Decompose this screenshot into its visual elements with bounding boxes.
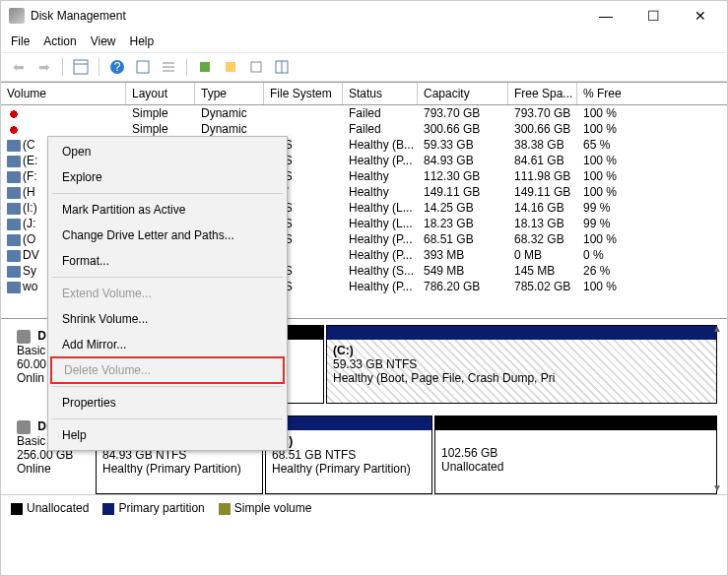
toolbar: ⬅ ➡ ?	[1, 53, 727, 82]
col-layout[interactable]: Layout	[126, 83, 195, 104]
volume-icon	[7, 187, 21, 199]
volume-icon	[7, 156, 21, 167]
volume-icon	[7, 171, 21, 183]
ctx-explore[interactable]: Explore	[48, 164, 287, 190]
ctx-format[interactable]: Format...	[48, 248, 287, 274]
col-filesystem[interactable]: File System	[264, 83, 343, 104]
title-bar: Disk Management — ☐ ✕	[1, 1, 727, 31]
maximize-button[interactable]: ☐	[638, 8, 668, 24]
disk-0-state: Onlin	[17, 371, 44, 385]
volume-icon	[7, 140, 21, 152]
legend-primary: Primary partition	[118, 501, 204, 515]
volume-icon	[7, 124, 21, 136]
svg-rect-7	[251, 62, 261, 72]
ctx-open[interactable]: Open	[48, 139, 287, 164]
app-icon	[9, 8, 25, 24]
scroll-up-icon[interactable]: ▲	[709, 323, 725, 334]
part-e-status: Healthy (Primary Partition)	[102, 462, 241, 476]
col-free[interactable]: Free Spa...	[508, 83, 577, 104]
ctx-mark-active[interactable]: Mark Partition as Active	[48, 197, 287, 223]
part-u-status: Unallocated	[441, 460, 503, 474]
window-title: Disk Management	[31, 9, 591, 23]
ctx-mirror[interactable]: Add Mirror...	[48, 332, 287, 357]
volume-row[interactable]: SimpleDynamicFailed300.66 GB300.66 GB100…	[1, 121, 727, 137]
part-c-name: (C:)	[333, 344, 354, 357]
context-menu: Open Explore Mark Partition as Active Ch…	[47, 136, 288, 451]
back-icon[interactable]: ⬅	[9, 57, 29, 77]
view-icon[interactable]	[71, 57, 91, 77]
col-percent[interactable]: % Free	[577, 83, 646, 104]
minimize-button[interactable]: —	[591, 8, 621, 24]
forward-icon[interactable]: ➡	[34, 57, 54, 77]
ctx-shrink[interactable]: Shrink Volume...	[48, 306, 287, 332]
menu-bar: File Action View Help	[1, 31, 727, 53]
ctx-help[interactable]: Help	[48, 422, 287, 448]
legend-primary-swatch	[102, 503, 114, 515]
volume-list-header: Volume Layout Type File System Status Ca…	[1, 82, 727, 105]
svg-text:?: ?	[114, 60, 121, 74]
disk-1-state: Online	[17, 462, 51, 476]
menu-help[interactable]: Help	[130, 34, 155, 48]
disk1-part-o[interactable]: (O:) 68.51 GB NTFS Healthy (Primary Part…	[265, 416, 432, 494]
part-c-size: 59.33 GB NTFS	[333, 357, 417, 371]
part-u-size: 102.56 GB	[441, 446, 497, 460]
scroll-down-icon[interactable]: ▼	[709, 482, 725, 493]
menu-view[interactable]: View	[91, 34, 116, 48]
legend-simple: Simple volume	[234, 501, 312, 515]
volume-icon	[7, 203, 21, 215]
menu-file[interactable]: File	[11, 34, 30, 48]
svg-rect-6	[226, 62, 235, 72]
svg-rect-0	[74, 60, 88, 74]
legend: Unallocated Primary partition Simple vol…	[1, 494, 727, 521]
disk-icon	[17, 330, 31, 344]
ctx-extend: Extend Volume...	[48, 281, 287, 306]
disk-0-type: Basic	[17, 344, 45, 357]
col-status[interactable]: Status	[343, 83, 418, 104]
volume-icon	[7, 234, 21, 246]
disk-icon	[17, 420, 31, 434]
disk0-part-c[interactable]: (C:) 59.33 GB NTFS Healthy (Boot, Page F…	[326, 325, 717, 404]
legend-unalloc-swatch	[11, 503, 23, 515]
action3-icon[interactable]	[246, 57, 266, 77]
part-o-status: Healthy (Primary Partition)	[272, 462, 411, 476]
disk-0-size: 60.00	[17, 357, 46, 371]
action2-icon[interactable]	[221, 57, 240, 77]
menu-action[interactable]: Action	[43, 34, 76, 48]
disk-1-type: Basic	[17, 434, 45, 448]
volume-icon	[7, 250, 21, 262]
disk1-part-unallocated[interactable]: 102.56 GB Unallocated	[434, 416, 717, 494]
ctx-change-letter[interactable]: Change Drive Letter and Paths...	[48, 223, 287, 248]
volume-row[interactable]: SimpleDynamicFailed793.70 GB793.70 GB100…	[1, 105, 727, 121]
svg-rect-4	[137, 61, 149, 73]
help-icon[interactable]: ?	[107, 57, 127, 77]
action4-icon[interactable]	[272, 57, 292, 77]
volume-icon	[7, 219, 21, 230]
action1-icon[interactable]	[195, 57, 215, 77]
volume-icon	[7, 108, 21, 120]
part-c-status: Healthy (Boot, Page File, Crash Dump, Pr…	[333, 371, 555, 385]
col-volume[interactable]: Volume	[1, 83, 126, 104]
volume-icon	[7, 282, 21, 293]
ctx-delete-volume: Delete Volume...	[50, 356, 285, 384]
settings-icon[interactable]	[159, 57, 178, 77]
svg-rect-5	[200, 62, 210, 72]
refresh-icon[interactable]	[133, 57, 153, 77]
disk-0-name: D	[37, 329, 46, 343]
legend-unalloc: Unallocated	[27, 501, 89, 515]
ctx-properties[interactable]: Properties	[48, 390, 287, 416]
col-type[interactable]: Type	[195, 83, 264, 104]
legend-simple-swatch	[219, 503, 231, 515]
col-capacity[interactable]: Capacity	[418, 83, 508, 104]
close-button[interactable]: ✕	[686, 8, 715, 24]
volume-icon	[7, 266, 21, 278]
